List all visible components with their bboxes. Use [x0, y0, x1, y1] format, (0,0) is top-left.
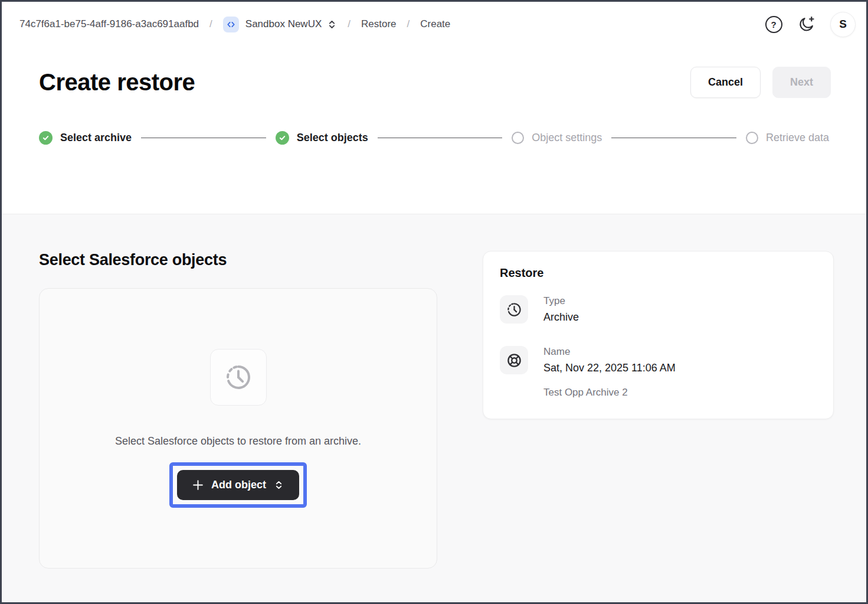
top-bar: 74c7f6a1-be75-4aff-9186-a3ac691aafbd / S… — [2, 2, 866, 47]
check-circle-icon — [39, 131, 53, 145]
summary-row-name: Name Sat, Nov 22, 2025 11:06 AM — [500, 346, 817, 374]
breadcrumb-create: Create — [420, 18, 450, 30]
help-button[interactable]: ? — [764, 15, 783, 34]
timer-icon — [500, 295, 528, 324]
breadcrumb-restore[interactable]: Restore — [361, 18, 397, 30]
page-header: 74c7f6a1-be75-4aff-9186-a3ac691aafbd / S… — [2, 2, 866, 214]
breadcrumb: 74c7f6a1-be75-4aff-9186-a3ac691aafbd / S… — [19, 17, 450, 32]
add-object-label: Add object — [211, 479, 266, 491]
step-connector — [378, 138, 503, 138]
title-row: Create restore Cancel Next — [2, 67, 866, 98]
theme-toggle-button[interactable] — [797, 15, 816, 34]
main-content: Select Salesforce objects Select Salesfo… — [2, 214, 866, 602]
org-selector-label[interactable]: Sandbox NewUX — [245, 18, 322, 30]
section-title: Select Salesforce objects — [39, 251, 437, 269]
empty-circle-icon — [746, 132, 758, 144]
next-button[interactable]: Next — [772, 67, 831, 98]
step-connector — [141, 138, 266, 138]
topbar-actions: ? S — [764, 12, 856, 37]
step-retrieve-data: Retrieve data — [746, 132, 829, 144]
chevron-up-down-icon — [274, 480, 284, 490]
breadcrumb-separator: / — [209, 18, 212, 30]
breadcrumb-org-id[interactable]: 74c7f6a1-be75-4aff-9186-a3ac691aafbd — [19, 18, 199, 30]
summary-column: Restore Type Archi — [483, 251, 834, 569]
empty-circle-icon — [512, 132, 524, 144]
cancel-button[interactable]: Cancel — [690, 67, 761, 98]
summary-row-type: Type Archive — [500, 295, 817, 324]
empty-state-description: Select Salesforce objects to restore fro… — [97, 433, 380, 450]
add-object-button[interactable]: Add object — [177, 470, 299, 500]
summary-title: Restore — [500, 266, 817, 280]
moon-plus-icon — [798, 15, 815, 33]
step-select-objects[interactable]: Select objects — [276, 131, 368, 145]
history-clock-icon — [210, 349, 267, 406]
life-buoy-icon — [500, 346, 528, 374]
page-title: Create restore — [39, 69, 195, 96]
type-value: Archive — [543, 311, 579, 324]
help-icon: ? — [765, 16, 782, 33]
avatar[interactable]: S — [830, 12, 856, 37]
breadcrumb-separator: / — [348, 18, 351, 30]
step-connector — [611, 138, 736, 138]
code-icon — [223, 17, 239, 32]
chevron-up-down-icon[interactable] — [327, 19, 337, 30]
step-label: Select objects — [297, 132, 368, 144]
step-label: Select archive — [60, 132, 132, 144]
archive-name: Test Opp Archive 2 — [500, 387, 817, 399]
type-label: Type — [543, 295, 579, 307]
objects-column: Select Salesforce objects Select Salesfo… — [39, 251, 437, 569]
focus-highlight: Add object — [169, 462, 307, 508]
step-select-archive[interactable]: Select archive — [39, 131, 132, 145]
step-object-settings: Object settings — [512, 132, 602, 144]
name-value: Sat, Nov 22, 2025 11:06 AM — [543, 362, 676, 374]
check-circle-icon — [276, 131, 289, 145]
breadcrumb-separator: / — [407, 18, 410, 30]
title-actions: Cancel Next — [690, 67, 831, 98]
plus-icon — [192, 479, 204, 491]
name-label: Name — [543, 346, 676, 358]
stepper: Select archive Select objects Object set… — [2, 131, 866, 145]
step-label: Object settings — [532, 132, 602, 144]
restore-summary-card: Restore Type Archi — [483, 251, 834, 419]
step-label: Retrieve data — [766, 132, 829, 144]
objects-empty-state-card: Select Salesforce objects to restore fro… — [39, 288, 437, 569]
